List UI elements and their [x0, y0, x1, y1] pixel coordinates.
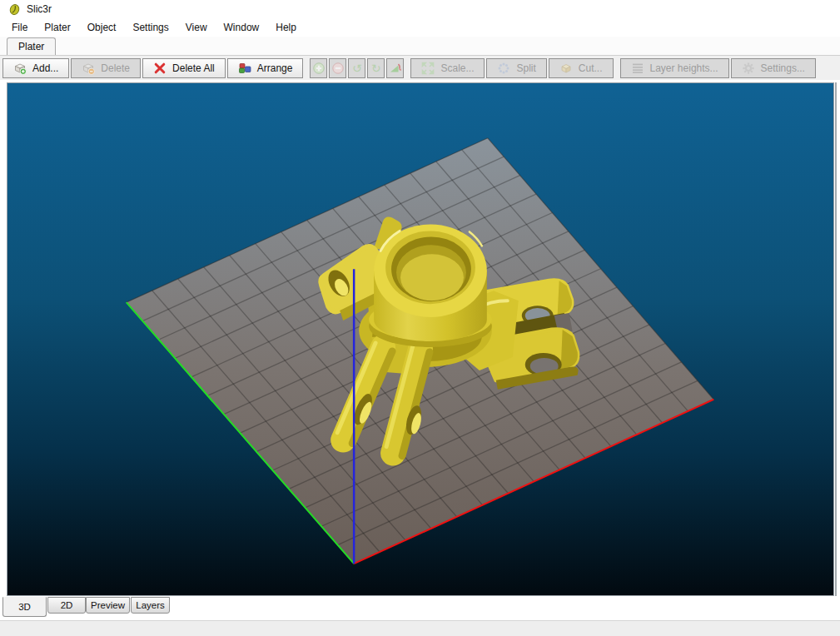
toolbar-button-increase-copies[interactable] — [310, 58, 327, 78]
menu-bar: FilePlaterObjectSettingsViewWindowHelp — [0, 18, 840, 37]
menu-item-object[interactable]: Object — [79, 19, 125, 36]
toolbar-button-label: Settings... — [761, 62, 805, 74]
menu-item-plater[interactable]: Plater — [36, 19, 78, 36]
scene-canvas[interactable] — [7, 83, 833, 595]
view-tab-2d[interactable]: 2D — [47, 597, 86, 614]
rotate-angle-icon — [389, 62, 402, 75]
toolbar-button-delete[interactable]: Delete — [71, 58, 141, 78]
top-tab-bar: Plater — [0, 37, 840, 55]
settings-icon — [742, 62, 755, 75]
rotate-ccw-icon: ↺ — [350, 62, 364, 75]
menu-item-help[interactable]: Help — [267, 19, 305, 36]
toolbar-button-label: Layer heights... — [650, 62, 718, 74]
delete-all-icon — [153, 62, 167, 75]
toolbar-group-copies-and-rotation: ↺↻ — [310, 58, 405, 78]
view-tab-preview[interactable]: Preview — [86, 597, 130, 614]
toolbar-button-settings[interactable]: Settings... — [731, 58, 816, 78]
toolbar-group-object-actions: Add... Delete Delete All Arrange — [2, 58, 305, 78]
window-bottom-strip — [0, 620, 840, 636]
toolbar-button-rotate-ccw[interactable]: ↺ — [348, 58, 365, 78]
menu-item-settings[interactable]: Settings — [124, 19, 176, 36]
toolbar-button-label: Split — [516, 62, 535, 74]
toolbar-button-label: Delete All — [172, 62, 215, 74]
increase-copies-icon — [312, 62, 326, 75]
3d-viewport[interactable] — [7, 82, 834, 596]
add-object-icon — [13, 62, 27, 75]
toolbar-button-delete-all[interactable]: Delete All — [142, 58, 226, 78]
layer-heights-icon — [631, 62, 644, 75]
delete-object-icon — [82, 62, 95, 75]
tab-plater[interactable]: Plater — [7, 37, 56, 55]
window-title: Slic3r — [27, 3, 52, 15]
toolbar-button-rotate-angle[interactable] — [386, 58, 404, 78]
toolbar-group-object-settings: Layer heights... Settings... — [620, 58, 818, 78]
toolbar: Add... Delete Delete All Arrange ↺↻ Scal… — [0, 55, 840, 80]
decrease-copies-icon — [331, 62, 345, 75]
cut-icon — [559, 62, 573, 75]
toolbar-button-cut[interactable]: Cut... — [549, 58, 614, 78]
toolbar-button-label: Scale... — [440, 62, 474, 74]
toolbar-button-layer-heights[interactable]: Layer heights... — [620, 58, 729, 78]
bottom-tab-bar: 3D2DPreviewLayers — [0, 597, 840, 619]
scale-icon — [421, 62, 435, 75]
view-tab-3d[interactable]: 3D — [2, 597, 47, 617]
window-right-edge — [835, 82, 837, 596]
slic3r-window: { "window": { "title": "Slic3r" }, "menu… — [0, 0, 840, 636]
toolbar-button-label: Delete — [101, 62, 130, 74]
toolbar-button-rotate-cw[interactable]: ↻ — [367, 58, 385, 78]
toolbar-button-arrange[interactable]: Arrange — [227, 58, 304, 78]
toolbar-button-label: Add... — [32, 62, 58, 74]
toolbar-button-add[interactable]: Add... — [2, 58, 69, 78]
rotate-cw-icon: ↻ — [370, 62, 383, 75]
arrange-icon — [238, 62, 251, 75]
toolbar-button-scale[interactable]: Scale... — [410, 58, 485, 78]
toolbar-button-split[interactable]: Split — [486, 58, 546, 78]
toolbar-button-decrease-copies[interactable] — [329, 58, 346, 78]
menu-item-view[interactable]: View — [177, 19, 216, 36]
toolbar-button-label: Cut... — [579, 62, 603, 74]
split-icon — [497, 62, 510, 75]
toolbar-button-label: Arrange — [257, 62, 293, 74]
title-bar: Slic3r — [0, 0, 840, 18]
menu-item-file[interactable]: File — [3, 19, 36, 36]
slic3r-logo-icon — [8, 3, 21, 16]
menu-item-window[interactable]: Window — [216, 19, 268, 36]
toolbar-group-transform: Scale...Split Cut... — [410, 58, 614, 78]
view-tab-layers[interactable]: Layers — [131, 597, 170, 614]
